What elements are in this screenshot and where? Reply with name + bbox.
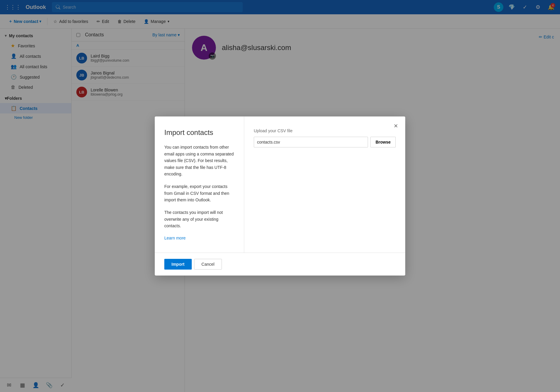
modal-description-1: You can import contacts from other email… [164, 144, 234, 177]
learn-more-link[interactable]: Learn more [164, 236, 186, 240]
file-input-row: Browse [254, 137, 396, 147]
modal-close-button[interactable]: ✕ [391, 121, 400, 131]
import-button[interactable]: Import [164, 259, 192, 270]
csv-file-input[interactable] [254, 137, 368, 147]
modal-description-2: For example, export your contacts from G… [164, 183, 234, 203]
modal-title: Import contacts [164, 128, 234, 137]
modal-body: Import contacts You can import contacts … [155, 116, 405, 252]
modal-footer: Import Cancel [155, 253, 405, 276]
modal-right-panel: Upload your CSV file Browse [244, 116, 405, 252]
cancel-button[interactable]: Cancel [194, 259, 222, 270]
upload-label: Upload your CSV file [254, 128, 396, 133]
modal-description-3: The contacts you import will not overwri… [164, 209, 234, 229]
modal-overlay[interactable]: ✕ Import contacts You can import contact… [0, 0, 560, 392]
import-contacts-modal: ✕ Import contacts You can import contact… [155, 116, 405, 275]
browse-button[interactable]: Browse [370, 137, 396, 147]
modal-left-panel: Import contacts You can import contacts … [155, 116, 244, 252]
